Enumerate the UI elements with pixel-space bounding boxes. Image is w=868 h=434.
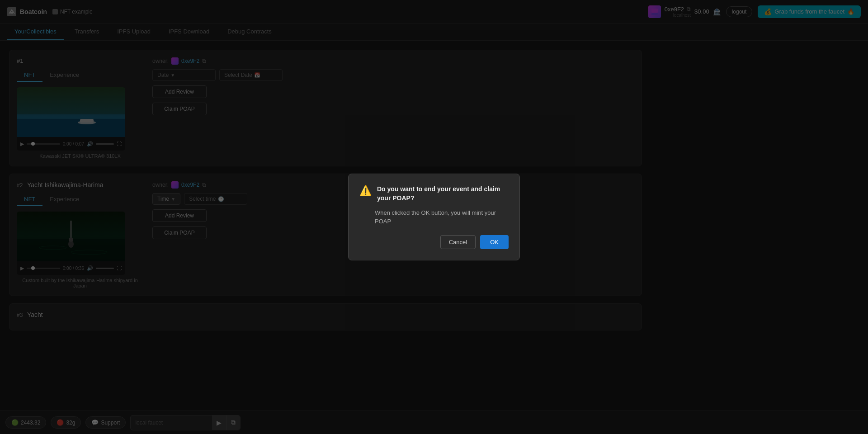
modal-title: Do you want to end your event and claim …	[377, 185, 509, 203]
confirm-modal: ⚠️ Do you want to end your event and cla…	[348, 174, 520, 260]
modal-footer: Cancel OK	[359, 235, 509, 249]
modal-warning-icon: ⚠️	[359, 185, 372, 197]
modal-ok-button[interactable]: OK	[480, 235, 509, 249]
modal-body: When clicked the OK button, you will min…	[375, 208, 509, 226]
modal-cancel-button[interactable]: Cancel	[440, 235, 476, 249]
modal-header: ⚠️ Do you want to end your event and cla…	[359, 185, 509, 203]
modal-overlay: ⚠️ Do you want to end your event and cla…	[0, 0, 868, 434]
